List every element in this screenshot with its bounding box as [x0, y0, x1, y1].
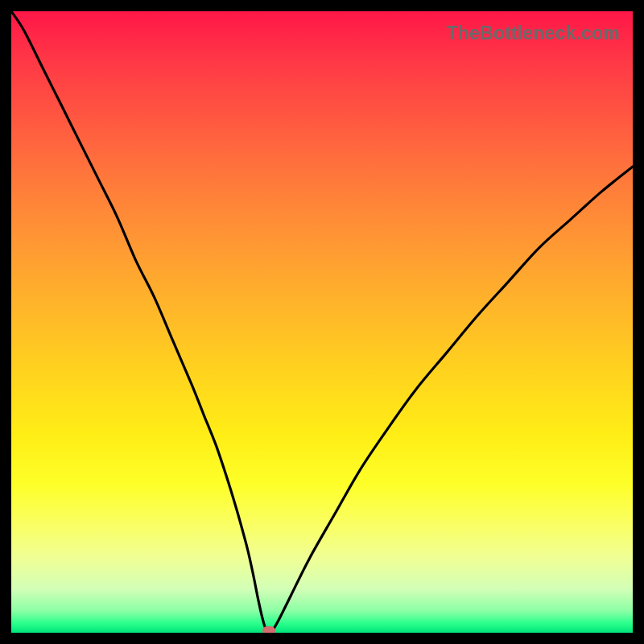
bottleneck-curve [11, 11, 633, 633]
chart-container: TheBottleneck.com [0, 0, 644, 644]
plot-area: TheBottleneck.com [11, 11, 633, 633]
optimum-marker [262, 626, 275, 634]
